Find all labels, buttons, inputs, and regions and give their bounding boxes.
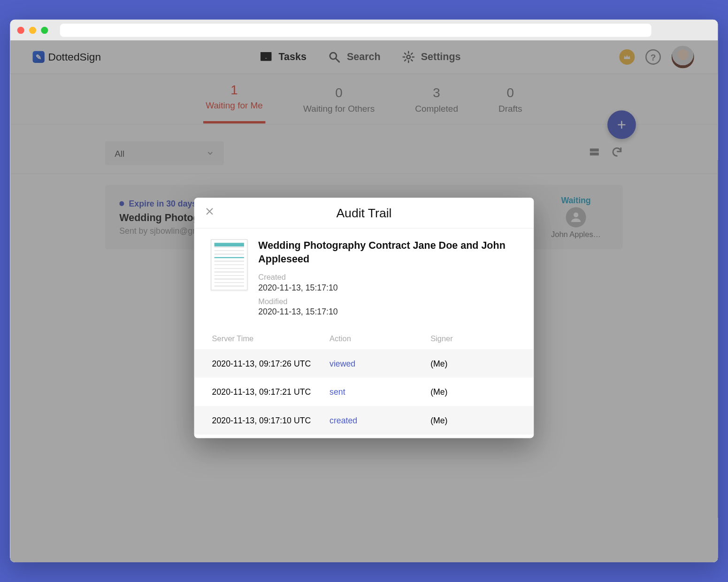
window-close-dot[interactable] (17, 26, 24, 33)
col-header-action: Action (330, 334, 430, 343)
trail-time: 2020-11-13, 09:17:26 UTC (211, 359, 330, 368)
col-header-server-time: Server Time (211, 334, 330, 343)
trail-row: 2020-11-13, 09:17:26 UTC viewed (Me) (194, 349, 534, 378)
trail-time: 2020-11-13, 09:17:10 UTC (211, 415, 330, 425)
trail-signer: (Me) (430, 387, 517, 397)
trail-header: Server Time Action Signer (211, 321, 517, 349)
trail-signer: (Me) (430, 359, 517, 368)
window-zoom-dot[interactable] (41, 26, 48, 33)
trail-time: 2020-11-13, 09:17:21 UTC (211, 387, 330, 397)
trail-row: 2020-11-13, 09:17:10 UTC created (Me) (194, 406, 534, 435)
modal-header: Audit Trail (194, 198, 534, 229)
url-bar[interactable] (60, 23, 651, 37)
created-value: 2020-11-13, 15:17:10 (258, 283, 517, 292)
app-root: ✎ DottedSign Tasks Search Settings (10, 40, 718, 562)
window-minimize-dot[interactable] (29, 26, 36, 33)
trail-row: 2020-11-13, 09:17:21 UTC sent (Me) (194, 377, 534, 406)
trail-action: sent (330, 387, 430, 397)
created-label: Created (258, 272, 517, 281)
audit-trail-modal: Audit Trail Wedding Photography Contract… (194, 198, 534, 438)
col-header-signer: Signer (430, 334, 517, 343)
mac-window: ✎ DottedSign Tasks Search Settings (10, 20, 718, 562)
document-title: Wedding Photography Contract Jane Doe an… (258, 239, 517, 267)
modal-title: Audit Trail (205, 206, 523, 220)
trail-signer: (Me) (430, 415, 517, 425)
modified-value: 2020-11-13, 15:17:10 (258, 307, 517, 316)
modified-label: Modified (258, 297, 517, 306)
trail-action: created (330, 415, 430, 425)
close-icon[interactable] (205, 207, 214, 219)
trail-action: viewed (330, 359, 430, 368)
titlebar (10, 20, 718, 40)
document-thumbnail (211, 239, 247, 291)
modal-body: Wedding Photography Contract Jane Doe an… (194, 229, 534, 438)
